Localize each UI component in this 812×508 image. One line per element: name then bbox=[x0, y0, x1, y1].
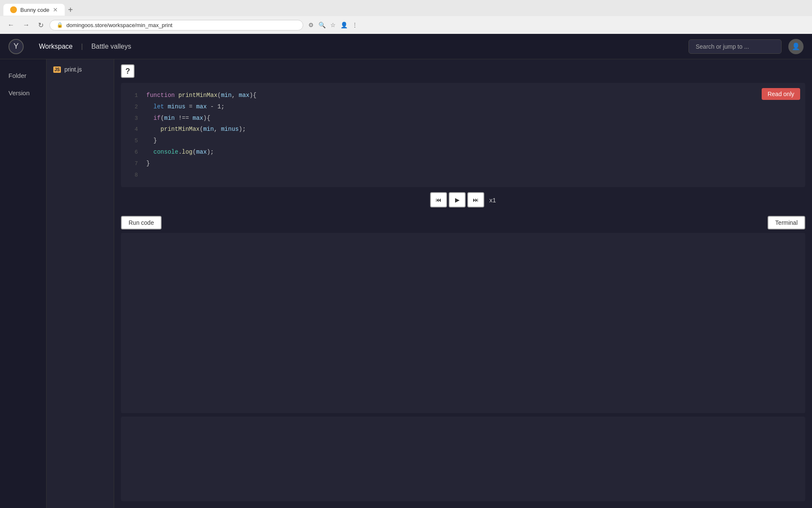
code-line-7: 7 } bbox=[121, 158, 805, 169]
nav-separator: | bbox=[81, 43, 83, 50]
toolbar-icons: ⚙ 🔍 ☆ 👤 ⋮ bbox=[307, 21, 359, 29]
read-only-badge[interactable]: Read only bbox=[762, 88, 800, 100]
file-panel: JS print.js bbox=[47, 59, 114, 508]
reload-button[interactable]: ↻ bbox=[36, 19, 46, 31]
run-code-row: Run code Terminal bbox=[121, 213, 805, 233]
search-box[interactable]: Search or jump to ... bbox=[689, 39, 782, 54]
bookmark-icon[interactable]: ☆ bbox=[329, 21, 337, 29]
code-content-3: if(min !== max){ bbox=[146, 113, 210, 123]
address-text: domingoos.store/workspace/min_max_print bbox=[66, 22, 173, 28]
line-number-5: 5 bbox=[128, 137, 138, 146]
file-type-icon: JS bbox=[53, 66, 61, 73]
new-tab-button[interactable]: + bbox=[65, 3, 77, 17]
code-line-8: 8 bbox=[121, 169, 805, 181]
play-button[interactable]: ▶ bbox=[449, 192, 466, 207]
output-area bbox=[121, 233, 805, 413]
nav-right: Search or jump to ... 👤 bbox=[689, 39, 804, 54]
app: Y Workspace | Battle valleys Search or j… bbox=[0, 34, 812, 508]
zoom-icon[interactable]: 🔍 bbox=[318, 21, 326, 29]
profile-icon[interactable]: 👤 bbox=[340, 21, 348, 29]
battle-valleys-nav-item[interactable]: Battle valleys bbox=[85, 39, 138, 54]
sidebar: Folder Version bbox=[0, 59, 47, 508]
code-content-4: printMinMax(min, minus); bbox=[146, 124, 246, 134]
bottom-section: Run code Terminal bbox=[121, 213, 805, 508]
terminal-button[interactable]: Terminal bbox=[768, 216, 805, 229]
tab-favicon bbox=[10, 6, 17, 13]
main-content: Folder Version JS print.js ? Read only 1… bbox=[0, 59, 812, 508]
bottom-empty-panel bbox=[121, 417, 805, 501]
line-number-4: 4 bbox=[128, 125, 138, 134]
tab-close-button[interactable]: ✕ bbox=[53, 6, 58, 13]
browser-tabs: Bunny code ✕ + bbox=[0, 0, 812, 16]
line-number-6: 6 bbox=[128, 148, 138, 157]
rewind-button[interactable]: ⏮ bbox=[430, 192, 447, 207]
top-nav: Y Workspace | Battle valleys Search or j… bbox=[0, 34, 812, 59]
line-number-2: 2 bbox=[128, 103, 138, 112]
code-content-1: function printMinMax(min, max){ bbox=[146, 91, 257, 100]
forward-button[interactable]: → bbox=[20, 19, 32, 30]
code-line-6: 6 console.log(max); bbox=[121, 146, 805, 158]
code-content-6: console.log(max); bbox=[146, 147, 214, 157]
sidebar-item-folder[interactable]: Folder bbox=[0, 68, 46, 83]
code-line-3: 3 if(min !== max){ bbox=[121, 113, 805, 124]
line-number-3: 3 bbox=[128, 114, 138, 123]
code-line-5: 5 } bbox=[121, 135, 805, 146]
rewind-icon: ⏮ bbox=[436, 196, 442, 203]
avatar[interactable]: 👤 bbox=[788, 39, 804, 54]
avatar-symbol: 👤 bbox=[792, 42, 800, 50]
line-number-8: 8 bbox=[128, 171, 138, 180]
more-icon[interactable]: ⋮ bbox=[351, 21, 359, 29]
editor-area: ? Read only 1 function printMinMax(min, … bbox=[114, 59, 812, 508]
back-button[interactable]: ← bbox=[5, 19, 17, 30]
logo[interactable]: Y bbox=[8, 39, 24, 54]
fast-forward-icon: ⏭ bbox=[473, 196, 479, 203]
fast-forward-button[interactable]: ⏭ bbox=[467, 192, 484, 207]
file-name: print.js bbox=[64, 66, 82, 73]
lock-icon: 🔒 bbox=[57, 22, 63, 28]
line-number-1: 1 bbox=[128, 91, 138, 100]
browser-toolbar: ← → ↻ 🔒 domingoos.store/workspace/min_ma… bbox=[0, 16, 812, 34]
code-content-8 bbox=[146, 170, 150, 179]
help-button[interactable]: ? bbox=[121, 64, 134, 78]
code-content-5: } bbox=[146, 136, 157, 145]
play-icon: ▶ bbox=[455, 196, 460, 203]
playback-controls: ⏮ ▶ ⏭ x1 bbox=[114, 187, 812, 213]
line-number-7: 7 bbox=[128, 160, 138, 168]
code-content-7: } bbox=[146, 159, 150, 168]
browser-chrome: Bunny code ✕ + ← → ↻ 🔒 domingoos.store/w… bbox=[0, 0, 812, 34]
extensions-icon[interactable]: ⚙ bbox=[307, 21, 315, 29]
active-tab[interactable]: Bunny code ✕ bbox=[3, 4, 65, 16]
code-content-2: let minus = max - 1; bbox=[146, 102, 225, 111]
code-editor: Read only 1 function printMinMax(min, ma… bbox=[121, 83, 805, 187]
address-bar[interactable]: 🔒 domingoos.store/workspace/min_max_prin… bbox=[49, 20, 303, 30]
code-line-1: 1 function printMinMax(min, max){ bbox=[121, 90, 805, 101]
sidebar-item-version[interactable]: Version bbox=[0, 85, 46, 101]
run-code-button[interactable]: Run code bbox=[121, 216, 162, 229]
tab-title: Bunny code bbox=[20, 7, 49, 13]
code-line-2: 2 let minus = max - 1; bbox=[121, 101, 805, 113]
logo-symbol: Y bbox=[14, 42, 19, 51]
code-line-4: 4 printMinMax(min, minus); bbox=[121, 124, 805, 135]
speed-label: x1 bbox=[489, 196, 496, 204]
workspace-nav-item[interactable]: Workspace bbox=[32, 39, 80, 54]
file-item-print-js[interactable]: JS print.js bbox=[47, 63, 114, 76]
